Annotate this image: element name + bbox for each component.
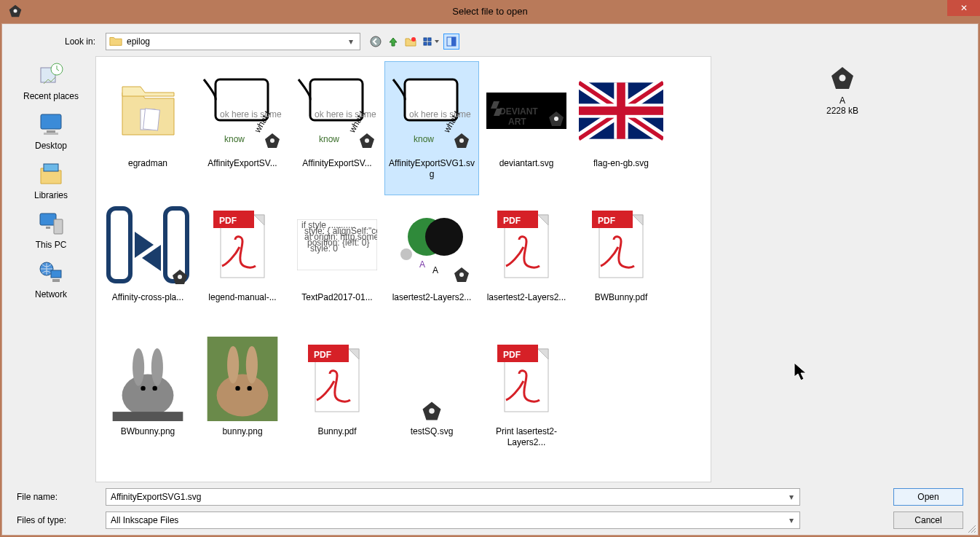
svg-text:ART: ART: [508, 117, 526, 127]
file-label: Print lasertest2-Layers2...: [481, 426, 572, 448]
file-item[interactable]: egradman: [100, 61, 195, 195]
mid-row: Recent places Desktop Libraries This PC …: [7, 56, 973, 482]
svg-point-41: [459, 138, 464, 143]
svg-text:DEVIANT: DEVIANT: [499, 106, 538, 117]
file-item[interactable]: bunny.png: [195, 329, 290, 463]
svg-rect-52: [108, 208, 130, 281]
text-thumb-thumbnail: if style ...........style: { alignSelf:"…: [295, 202, 379, 288]
svg-point-83: [141, 386, 145, 391]
client-area: Look in: epilog ▾ Rec: [1, 23, 979, 536]
file-item[interactable]: ok here is some screen textknowwhat IAff…: [195, 61, 290, 195]
folder-icon: [109, 35, 122, 48]
file-item[interactable]: PDFPrint lasertest2-Layers2...: [479, 329, 574, 463]
view-menu-button[interactable]: [420, 34, 442, 50]
svg-point-91: [247, 386, 251, 391]
close-button[interactable]: ✕: [947, 0, 980, 16]
svg-know-thumbnail: ok here is some screen textknowwhat I: [200, 68, 285, 154]
pdf-thumbnail: PDF: [484, 202, 569, 288]
preview-filesize: 2228 kB: [826, 106, 858, 116]
filetype-label: Files of type:: [9, 515, 101, 525]
sidebar-item-thispc[interactable]: This PC: [7, 211, 95, 250]
file-item[interactable]: PDFlegend-manual-...: [195, 195, 290, 329]
svg-point-72: [459, 273, 464, 277]
file-label: AffinityExportSV...: [302, 158, 371, 169]
file-label: legend-manual-...: [208, 292, 276, 303]
bunny-color-thumbnail: [200, 336, 285, 422]
svg-rect-15: [44, 164, 58, 171]
svg-text:PDF: PDF: [314, 350, 331, 360]
file-item[interactable]: PDFBWBunny.pdf: [574, 195, 668, 329]
lookin-row: Look in: epilog ▾: [7, 28, 973, 56]
svg-text:A: A: [432, 265, 438, 275]
inkscape-small-thumbnail: [390, 336, 474, 422]
cancel-button[interactable]: Cancel: [893, 511, 963, 529]
svg-rect-13: [47, 130, 55, 133]
svg-text:PDF: PDF: [503, 350, 521, 360]
lookin-label: Look in:: [9, 36, 101, 47]
svg-point-82: [151, 348, 163, 386]
svg-rect-21: [52, 279, 60, 282]
filename-row: File name: AffinityExportSVG1.svg ▾ Open: [9, 488, 971, 506]
window-title: Select file to open: [0, 6, 980, 17]
svg-text:PDF: PDF: [598, 216, 615, 226]
file-item[interactable]: ok here is some screen textknowwhat IAff…: [384, 61, 479, 195]
file-item[interactable]: testSQ.svg: [384, 329, 479, 463]
preview-toggle-button[interactable]: [443, 34, 459, 50]
file-item[interactable]: Affinity-cross-pla...: [100, 195, 195, 329]
content-container: egradmanok here is some screen textknoww…: [95, 56, 973, 482]
svg-rect-7: [428, 42, 431, 45]
filename-value: AffinityExportSVG1.svg: [111, 492, 202, 502]
svg-point-89: [246, 346, 258, 384]
laser-thumb-thumbnail: AA: [390, 202, 474, 288]
file-grid[interactable]: egradmanok here is some screen textknoww…: [95, 56, 711, 482]
sidebar-item-label: Libraries: [34, 190, 68, 200]
resize-grip[interactable]: [967, 524, 976, 533]
sidebar-item-recent[interactable]: Recent places: [7, 62, 95, 101]
file-item[interactable]: AAlasertest2-Layers2...: [384, 195, 479, 329]
dropdown-icon[interactable]: ▾: [345, 36, 357, 47]
file-label: AffinityExportSV...: [208, 158, 277, 169]
recent-places-icon: [36, 62, 66, 88]
new-folder-button[interactable]: [403, 34, 419, 50]
svg-point-3: [411, 37, 416, 42]
svg-rect-14: [44, 133, 58, 135]
network-icon: [36, 260, 66, 286]
file-item[interactable]: flag-en-gb.svg: [574, 61, 668, 195]
svg-rect-5: [428, 38, 431, 41]
file-item[interactable]: if style ...........style: { alignSelf:"…: [290, 195, 384, 329]
file-item[interactable]: BWbunny.png: [100, 329, 195, 463]
file-label: flag-en-gb.svg: [593, 158, 649, 169]
back-button[interactable]: [368, 34, 384, 50]
svg-point-55: [178, 275, 182, 279]
sidebar-item-label: Recent places: [23, 91, 79, 101]
sidebar-item-libraries[interactable]: Libraries: [7, 161, 95, 200]
svg-point-84: [152, 386, 157, 391]
filetype-combo[interactable]: All Inkscape Files ▾: [106, 511, 800, 529]
sidebar-item-network[interactable]: Network: [7, 260, 95, 299]
open-button-label: Open: [917, 492, 938, 502]
pdf-thumbnail: PDF: [484, 336, 569, 422]
file-label: bunny.png: [222, 426, 262, 437]
lookin-combo[interactable]: epilog ▾: [106, 33, 360, 50]
svg-rect-12: [41, 114, 61, 129]
dropdown-icon[interactable]: ▾: [785, 490, 798, 503]
up-button[interactable]: [385, 34, 401, 50]
preview-filename: A: [839, 95, 845, 106]
filename-label: File name:: [9, 492, 101, 502]
close-icon: ✕: [960, 3, 968, 13]
svg-rect-85: [113, 412, 183, 421]
dropdown-icon[interactable]: ▾: [785, 514, 798, 527]
file-item[interactable]: PDFBunny.pdf: [290, 329, 384, 463]
filename-combo[interactable]: AffinityExportSVG1.svg ▾: [106, 488, 800, 506]
file-item[interactable]: PDFlasertest2-Layers2...: [479, 195, 574, 329]
svg-text:A: A: [419, 259, 425, 270]
open-button[interactable]: Open: [893, 488, 963, 506]
titlebar[interactable]: Select file to open ✕: [0, 0, 980, 22]
svg-point-96: [429, 408, 435, 414]
folder-thumbnail: [106, 68, 190, 154]
file-label: BWBunny.pdf: [595, 292, 647, 303]
filetype-value: All Inkscape Files: [111, 515, 178, 525]
sidebar-item-desktop[interactable]: Desktop: [7, 111, 95, 151]
file-item[interactable]: ok here is some screen textknowwhat IAff…: [290, 61, 384, 195]
file-item[interactable]: DEVIANTARTdeviantart.svg: [479, 61, 574, 195]
